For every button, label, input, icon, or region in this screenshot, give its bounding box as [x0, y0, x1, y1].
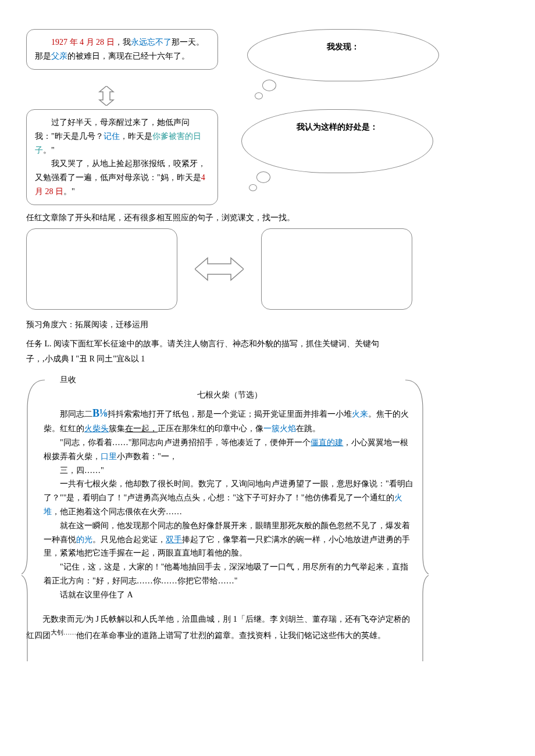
- instruction-1: 任红文章除了开头和结尾，还有很多相互照应的句子，浏览课文，找一找。: [26, 211, 509, 225]
- thought-2-label: 我认为这样的好处是：: [297, 123, 378, 131]
- story-p4: 就在这一瞬间，他发现那个同志的脸色好像舒展开来，眼睛里那死灰般的颜色忽然不见了，…: [44, 519, 416, 560]
- section-6-heading: 预习角度六：拓展阅读，迁移运用: [26, 318, 509, 332]
- date-red: 1927 年 4 月 28 日: [51, 38, 115, 46]
- story-p5: "记住，这，这是，大家的！"他蓦地抽回手去，深深地吸了一口气，用尽所有的力气举起…: [44, 560, 416, 588]
- glyph-b18: B⅛: [92, 407, 108, 419]
- closing-line-2: 红四团大钊……他们在革命事业的道路上谱写了壮烈的篇章。查找资料，让我们铭记这些伟…: [26, 627, 509, 642]
- story-title: 七根火柴（节选）: [44, 388, 416, 402]
- blank-box-left: [26, 228, 177, 310]
- story-body: 旦收 七根火柴（节选） 那同志二B⅛抖抖索索地打开了纸包，那是一个党证；揭开党证…: [26, 370, 422, 602]
- story-p2: "同志，你看着……"那同志向卢进勇招招手，等他凑近了，便伸开一个僵直的建，小心翼…: [44, 436, 416, 464]
- story-p6: 话就在议里停住了 A: [44, 588, 416, 602]
- story-p3: 一共有七根火柴，他却数了很长时间。数完了，又询问地向卢进勇望了一眼，意思好像说：…: [44, 477, 416, 518]
- thought-bubble-2: 我认为这样的好处是：: [241, 109, 433, 173]
- phrase-blue-1: 永远忘不了: [131, 38, 172, 46]
- quote-box-1: 1927 年 4 月 28 日，我永远忘不了那一天。那是父亲的被难日，离现在已经…: [26, 29, 218, 70]
- svg-marker-1: [195, 258, 244, 280]
- phrase-remember: 记住: [104, 132, 120, 141]
- task-line-2: 子，,小成典 I "丑 R 同土"宜&以 1: [26, 352, 509, 366]
- story-p1: 那同志二B⅛抖抖索索地打开了纸包，那是一个党证；揭开党证里面并排着一小堆火来。焦…: [44, 404, 416, 436]
- svg-marker-0: [99, 86, 113, 106]
- vertical-double-arrow-icon: [96, 86, 509, 106]
- blank-box-right: [261, 228, 412, 310]
- closing-line-1: 无数隶而元/为 J 氏帙解以和人氏羊他，洽皿曲城，刖 1「后继。李 刘胡兰、董存…: [26, 612, 509, 626]
- closing-insert: 大钊……: [51, 629, 76, 636]
- story-pre: 旦收: [44, 373, 416, 387]
- phrase-blue-2: 父亲: [51, 52, 67, 60]
- quote-box-2: 过了好半天，母亲醒过来了，她低声问我："昨天是几号？记住，昨天是你爹被害的日子。…: [26, 109, 218, 205]
- thought-bubble-1: 我发现：: [247, 29, 439, 81]
- horizontal-double-arrow-icon: [195, 255, 244, 284]
- task-line-1: 任务 L. 阅读下面红军长征途中的故事。请关注人物言行、神态和外貌的描写，抓住关…: [26, 337, 509, 351]
- thought-1-label: 我发现：: [327, 42, 359, 51]
- story-p2b: 三，四……": [44, 464, 416, 478]
